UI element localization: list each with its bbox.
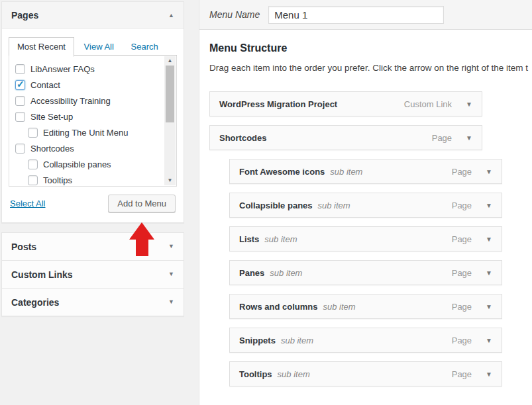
menu-structure-heading: Menu Structure xyxy=(209,42,532,54)
chevron-down-icon[interactable]: ▼ xyxy=(168,244,174,249)
menu-item-type: Page xyxy=(452,369,472,379)
tab-most-recent[interactable]: Most Recent xyxy=(9,37,74,57)
menu-item-title: Collapsible panes xyxy=(239,201,313,210)
scroll-up-icon[interactable]: ▲ xyxy=(164,56,176,66)
sub-item-label: sub item xyxy=(318,201,350,210)
menu-editor-pane: Menu Name Menu Structure Drag each item … xyxy=(199,0,532,405)
menu-structure-description: Drag each item into the order you prefer… xyxy=(209,63,532,73)
page-label: Contact xyxy=(30,80,60,90)
chevron-down-icon[interactable]: ▼ xyxy=(486,303,492,310)
page-label: Collapsible panes xyxy=(43,159,111,169)
checkbox[interactable] xyxy=(15,80,25,90)
sub-item-label: sub item xyxy=(330,167,362,177)
chevron-down-icon[interactable]: ▼ xyxy=(486,337,492,344)
sub-item-label: sub item xyxy=(264,234,297,244)
posts-panel-title: Posts xyxy=(11,242,36,252)
pages-panel-title: Pages xyxy=(11,10,38,21)
sub-item-label: sub item xyxy=(270,268,302,278)
menu-item-type: Page xyxy=(432,133,452,143)
list-scrollbar[interactable]: ▲ ▼ xyxy=(164,56,176,185)
checkbox[interactable] xyxy=(15,144,25,154)
page-label: Shortcodes xyxy=(30,144,74,154)
sub-item-label: sub item xyxy=(281,336,313,345)
page-row-libanswer-faqs: LibAnswer FAQs xyxy=(15,61,160,77)
menu-item-type: Page xyxy=(452,234,472,244)
pages-tabs: Most Recent View All Search xyxy=(9,37,177,56)
tab-view-all[interactable]: View All xyxy=(77,38,121,56)
select-all-link[interactable]: Select All xyxy=(10,199,45,208)
categories-panel-header[interactable]: Categories ▼ xyxy=(1,288,184,316)
menu-name-input[interactable] xyxy=(268,6,444,24)
checkbox[interactable] xyxy=(15,64,25,74)
menu-item-font-awesome-icons[interactable]: Font Awesome icons sub item Page▼ xyxy=(229,159,502,184)
tab-search[interactable]: Search xyxy=(124,38,166,56)
menu-item-title: Snippets xyxy=(239,336,276,345)
menu-item-snippets[interactable]: Snippets sub item Page▼ xyxy=(229,328,502,353)
menu-structure-section: Menu Structure Drag each item into the o… xyxy=(199,30,532,386)
menu-items-sidebar: Pages ▲ Most Recent View All Search LibA… xyxy=(1,1,184,316)
custom-links-panel-title: Custom Links xyxy=(11,269,73,280)
menu-item-rows-and-columns[interactable]: Rows and columns sub item Page▼ xyxy=(229,294,502,319)
chevron-down-icon[interactable]: ▼ xyxy=(168,271,174,277)
menu-item-panes[interactable]: Panes sub item Page▼ xyxy=(229,260,502,285)
menu-item-title: Rows and columns xyxy=(239,302,317,312)
chevron-down-icon[interactable]: ▼ xyxy=(466,101,472,108)
chevron-down-icon[interactable]: ▼ xyxy=(486,371,492,378)
page-label: Tooltips xyxy=(43,175,72,185)
menu-item-lists[interactable]: Lists sub item Page▼ xyxy=(229,226,502,251)
pages-checklist: LibAnswer FAQs Contact Accessibility Tra… xyxy=(9,56,177,187)
menu-item-shortcodes[interactable]: Shortcodes Page▼ xyxy=(209,125,482,150)
chevron-down-icon[interactable]: ▼ xyxy=(486,168,492,175)
sub-item-label: sub item xyxy=(323,302,355,312)
menu-item-title: Tooltips xyxy=(239,369,272,379)
page-label: LibAnswer FAQs xyxy=(30,64,95,74)
page-row-tooltips: Tooltips xyxy=(15,172,160,187)
page-row-editing-the-unit-menu: Editing The Unit Menu xyxy=(15,124,160,140)
menu-item-title: Shortcodes xyxy=(219,133,267,143)
page-row-site-set-up: Site Set-up xyxy=(15,109,160,124)
pages-panel-header[interactable]: Pages ▲ xyxy=(2,2,184,29)
chevron-down-icon[interactable]: ▼ xyxy=(486,236,492,243)
custom-links-panel-header[interactable]: Custom Links ▼ xyxy=(1,260,184,289)
chevron-down-icon[interactable]: ▼ xyxy=(486,269,492,277)
page-row-shortcodes: Shortcodes xyxy=(15,140,160,156)
pages-panel-footer: Select All Add to Menu xyxy=(9,195,177,212)
checkbox[interactable] xyxy=(28,128,38,138)
page-row-contact: Contact xyxy=(15,77,160,93)
red-arrow-annotation xyxy=(129,222,154,256)
menu-item-tooltips[interactable]: Tooltips sub item Page▼ xyxy=(229,361,502,386)
menu-item-type: Page xyxy=(452,336,472,345)
sub-item-label: sub item xyxy=(278,369,310,379)
checkbox[interactable] xyxy=(28,175,38,185)
menu-item-type: Page xyxy=(452,268,472,278)
checkbox[interactable] xyxy=(15,112,25,122)
pages-panel-body: Most Recent View All Search LibAnswer FA… xyxy=(2,29,184,219)
scrollbar-thumb[interactable] xyxy=(166,66,174,122)
menu-name-label: Menu Name xyxy=(209,9,260,20)
page-label: Accessibility Training xyxy=(30,96,111,106)
scroll-down-icon[interactable]: ▼ xyxy=(164,176,176,185)
menu-item-title: Lists xyxy=(239,234,259,244)
add-to-menu-button[interactable]: Add to Menu xyxy=(108,195,176,212)
menu-item-type: Page xyxy=(452,302,472,312)
page-label: Editing The Unit Menu xyxy=(43,128,128,138)
menu-item-title: Font Awesome icons xyxy=(239,167,325,177)
menu-item-type: Page xyxy=(452,167,472,177)
posts-panel-header[interactable]: Posts ▼ xyxy=(1,232,184,261)
menu-item-title: Panes xyxy=(239,268,264,278)
menu-item-type: Page xyxy=(452,201,472,210)
chevron-down-icon[interactable]: ▼ xyxy=(486,202,492,209)
wordpress-menu-editor: { "left_sidebar": { "pages_panel": { "ti… xyxy=(0,0,532,405)
menu-item-collapsible-panes[interactable]: Collapsible panes sub item Page▼ xyxy=(229,193,502,218)
checkbox[interactable] xyxy=(15,96,25,106)
chevron-down-icon[interactable]: ▼ xyxy=(466,134,472,142)
red-arrow-tail xyxy=(136,240,148,256)
collapse-up-icon[interactable]: ▲ xyxy=(168,13,174,19)
menu-item-type: Custom Link xyxy=(404,99,452,109)
accordion-stack: Posts ▼ Custom Links ▼ Categories ▼ xyxy=(1,232,184,316)
menu-name-bar: Menu Name xyxy=(199,0,532,30)
menu-item-wordpress-migration-project[interactable]: WordPress Migration Project Custom Link▼ xyxy=(209,91,482,116)
checkbox[interactable] xyxy=(28,159,38,169)
page-row-collapsible-panes: Collapsible panes xyxy=(15,156,160,172)
chevron-down-icon[interactable]: ▼ xyxy=(168,299,174,305)
